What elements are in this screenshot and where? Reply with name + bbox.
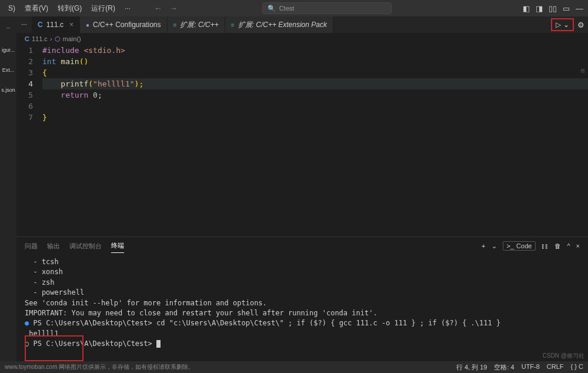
maximize-panel-icon[interactable]: ^ (567, 241, 570, 251)
titlebar-right: ◧ ◨ ▯▯ ▭ — (523, 4, 583, 13)
breadcrumb-file[interactable]: 111.c (32, 35, 48, 42)
panel-actions: + ⌄ >_ Code ⫿⫿ 🗑 ^ × (482, 241, 580, 251)
code-line-5: return 0; (42, 89, 588, 101)
statusbar-right: 行 4, 列 19 空格: 4 UTF-8 CRLF { } C (456, 363, 583, 372)
status-eol[interactable]: CRLF (547, 363, 564, 372)
extension-icon: ≡ (231, 22, 235, 28)
run-play-icon[interactable]: ▷ (556, 21, 561, 29)
lineno-3: 3 (16, 67, 33, 78)
terminal-profile-label: Code (516, 242, 532, 249)
close-icon[interactable]: × (69, 21, 74, 29)
status-lang[interactable]: { } C (571, 363, 583, 372)
minimize-icon[interactable]: — (576, 4, 583, 13)
cursor-icon (156, 340, 161, 348)
breadcrumb-sep: › (50, 35, 52, 42)
titlebar: S) 查看(V) 转到(G) 运行(R) ··· ← → 🔍 Ctest ◧ ◨… (0, 0, 588, 16)
gear-icon[interactable]: ⚙ (577, 21, 584, 29)
left-sidebar: ··· igur... Ext... s.json (0, 16, 16, 361)
tab-ext-pack[interactable]: ≡ 扩展: C/C++ Extension Pack (225, 16, 333, 33)
lineno-5: 5 (16, 89, 33, 101)
code-area[interactable]: #include <stdio.h> int main() { printf("… (42, 45, 588, 237)
terminal-icon: >_ (507, 242, 514, 249)
tabs-actions: ▷ ⌄ ⚙ (551, 16, 588, 33)
breadcrumb[interactable]: C 111.c › ⬡ main() (16, 33, 588, 45)
code-line-4: printf("hellll1"); (42, 78, 588, 89)
code-line-7: } (42, 112, 588, 123)
status-encoding[interactable]: UTF-8 (522, 363, 540, 372)
gutter: 1 2 3 4 5 6 7 (16, 45, 42, 237)
tab-label: 扩展: C/C++ (180, 20, 218, 30)
status-ln-col[interactable]: 行 4, 列 19 (456, 363, 487, 372)
tab-ext-cpp[interactable]: ≡ 扩展: C/C++ (168, 16, 225, 33)
breadcrumb-fn[interactable]: main() (63, 35, 81, 42)
menu-run[interactable]: 运行(R) (88, 2, 119, 15)
nav-arrows: ← → (154, 4, 178, 13)
run-chevron-icon[interactable]: ⌄ (563, 21, 569, 29)
code-line-3: { (42, 67, 588, 78)
c-file-icon: C (38, 21, 43, 29)
layout-customize-icon[interactable]: ▭ (563, 4, 570, 13)
split-terminal-icon[interactable]: ⫿⫿ (542, 241, 549, 251)
term-line: - powershell (25, 288, 580, 298)
term-line: - tcsh (25, 257, 580, 267)
run-button-highlight: ▷ ⌄ (551, 18, 574, 31)
sidebar-overflow-icon[interactable]: ··· (1, 21, 15, 34)
sidebar-item-2[interactable]: s.json (0, 86, 16, 94)
main-row: ··· igur... Ext... s.json ··· C 111.c × … (0, 16, 588, 361)
term-line: - xonsh (25, 267, 580, 277)
term-prompt-1: ● PS C:\Users\A\Desktop\Ctest> cd "c:\Us… (25, 318, 580, 328)
code-line-6 (42, 101, 588, 112)
forward-arrow-icon[interactable]: → (169, 4, 178, 13)
content-column: ··· C 111.c × ● C/C++ Configurations ≡ 扩… (16, 16, 588, 361)
lineno-6: 6 (16, 101, 33, 112)
sidebar-item-0[interactable]: igur... (1, 46, 16, 54)
panel-tabs: 问题 输出 调试控制台 终端 + ⌄ >_ Code ⫿⫿ 🗑 ^ × (16, 237, 588, 255)
lineno-2: 2 (16, 56, 33, 67)
status-spaces[interactable]: 空格: 4 (494, 363, 514, 372)
term-prompt-2: ○ PS C:\Users\A\Desktop\Ctest> (25, 339, 580, 349)
tab-label: 扩展: C/C++ Extension Pack (238, 20, 327, 30)
menu-s[interactable]: S) (5, 3, 19, 14)
term-line: IMPORTANT: You may need to close and res… (25, 308, 580, 318)
statusbar: www.toymoban.com 网络图片仅供展示，非存储，如有侵权请联系删除。… (0, 361, 588, 373)
term-line: See 'conda init --help' for more informa… (25, 298, 580, 308)
layout-sidebar-icon[interactable]: ▯▯ (549, 4, 557, 13)
back-arrow-icon[interactable]: ← (154, 4, 162, 13)
menu-more[interactable]: ··· (121, 3, 134, 14)
panel-tab-debug[interactable]: 调试控制台 (69, 239, 102, 253)
panel-tab-output[interactable]: 输出 (47, 239, 60, 253)
menu-view[interactable]: 查看(V) (21, 2, 52, 15)
panel-tab-problems[interactable]: 问题 (25, 239, 38, 253)
terminal-chevron-icon[interactable]: ⌄ (492, 241, 497, 251)
panel-tab-terminal[interactable]: 终端 (111, 239, 124, 253)
menu-goto[interactable]: 转到(G) (54, 2, 85, 15)
tabs-overflow-icon[interactable]: ··· (16, 16, 32, 33)
term-line: - zsh (25, 278, 580, 288)
layout-primary-icon[interactable]: ◧ (523, 4, 530, 13)
lineno-1: 1 (16, 45, 33, 56)
tab-111c[interactable]: C 111.c × (32, 16, 80, 33)
bottom-panel: 问题 输出 调试控制台 终端 + ⌄ >_ Code ⫿⫿ 🗑 ^ × (16, 237, 588, 361)
search-placeholder: Ctest (279, 5, 295, 12)
code-editor[interactable]: 1 2 3 4 5 6 7 #include <stdio.h> int mai… (16, 45, 588, 237)
watermark-text: www.toymoban.com 网络图片仅供展示，非存储，如有侵权请联系删除。 (5, 363, 456, 371)
terminal-content[interactable]: - tcsh - xonsh - zsh - powershell See 'c… (16, 255, 588, 361)
trash-icon[interactable]: 🗑 (554, 241, 561, 251)
lineno-7: 7 (16, 112, 33, 123)
config-icon: ● (86, 22, 89, 28)
tab-label: 111.c (46, 21, 64, 29)
code-line-2: int main() (42, 56, 588, 67)
search-icon: 🔍 (268, 5, 276, 12)
editor-tabs: ··· C 111.c × ● C/C++ Configurations ≡ 扩… (16, 16, 588, 33)
terminal-profile-button[interactable]: >_ Code (503, 241, 536, 251)
close-panel-icon[interactable]: × (576, 241, 580, 251)
command-center-search[interactable]: 🔍 Ctest (262, 2, 392, 14)
function-icon: ⬡ (55, 35, 61, 43)
term-output-1: hellll1 (25, 329, 580, 339)
new-terminal-icon[interactable]: + (482, 241, 485, 251)
tab-label: C/C++ Configurations (93, 21, 161, 29)
sidebar-item-1[interactable]: Ext... (1, 66, 16, 74)
layout-panel-icon[interactable]: ◨ (536, 4, 543, 13)
tab-cpp-config[interactable]: ● C/C++ Configurations (80, 16, 167, 33)
extension-icon: ≡ (173, 22, 177, 28)
